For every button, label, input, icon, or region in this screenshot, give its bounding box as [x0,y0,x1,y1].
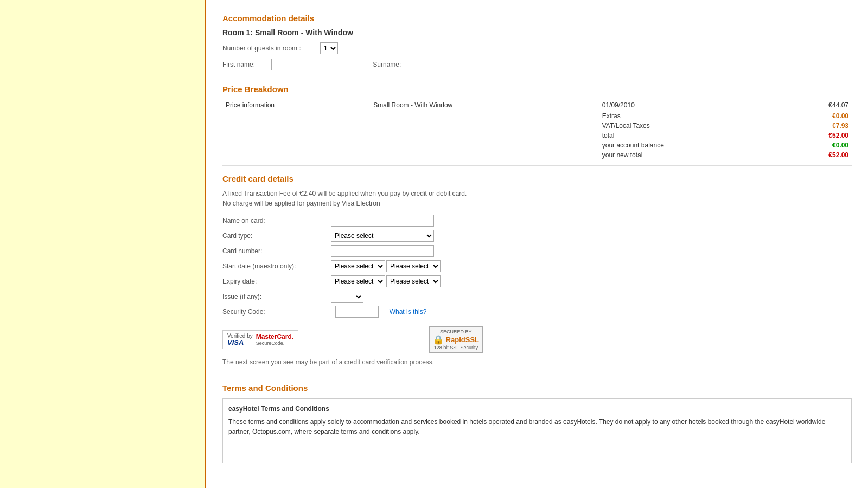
total-row: total €52.00 [222,131,852,140]
badges-row: Verified by VISA MasterCard. SecureCode.… [222,326,483,353]
lock-icon: 🔒 [433,335,444,345]
ssl-badge: SECURED BY 🔒 RapidSSL 128 bit SSL Securi… [429,326,483,353]
first-name-label: First name: [222,61,266,68]
account-balance-label: your account balance [599,140,781,150]
surname-input[interactable] [422,59,508,70]
mastercard-label: MasterCard. [256,333,293,341]
left-sidebar [0,0,206,488]
extras-label: Extras [599,111,781,121]
terms-section-title: Terms and Conditions [222,383,852,393]
visa-verified-block: Verified by VISA [227,333,253,346]
start-date-selects: Please select 01020304 05060708 09101112… [331,260,441,272]
expiry-date-label: Expiry date: [222,278,331,285]
price-section-title: Price Breakdown [222,85,852,94]
security-row: Security Code: What is this? [222,306,852,318]
start-date-row: Start date (maestro only): Please select… [222,260,852,272]
card-number-label: Card number: [222,247,331,255]
secured-by-text: SECURED BY [433,329,479,335]
cc-info-line1: A fixed Transaction Fee of €2.40 will be… [222,190,467,197]
name-on-card-row: Name on card: [222,215,852,227]
extras-row: Extras €0.00 [222,111,852,121]
total-value: €52.00 [781,131,852,140]
visa-label: VISA [227,339,253,346]
card-number-input[interactable] [331,245,434,257]
mastercard-block: MasterCard. SecureCode. [256,333,293,346]
expiry-date-row: Expiry date: Please select 01020304 0506… [222,275,852,287]
rapidssl-label: RapidSSL [446,336,479,344]
price-base: €44.07 [781,99,852,111]
visa-mc-badge: Verified by VISA MasterCard. SecureCode. [222,330,298,349]
name-on-card-input[interactable] [331,215,434,227]
expiry-month-select[interactable]: Please select 01020304 05060708 09101112 [331,275,385,287]
issue-select[interactable]: 12345 [331,291,363,303]
card-type-select[interactable]: Please select Visa Mastercard Maestro Vi… [331,230,434,242]
ssl-128-label: 128 bit SSL Security [433,345,479,350]
room-title: Room 1: Small Room - With Window [222,28,852,37]
expiry-date-selects: Please select 01020304 05060708 09101112… [331,275,441,287]
page-wrapper: Accommodation details Room 1: Small Room… [0,0,868,488]
terms-box-title: easyHotel Terms and Conditions [228,404,846,414]
new-total-row: your new total €52.00 [222,150,852,160]
issue-label: Issue (if any): [222,293,331,300]
extras-value: €0.00 [781,111,852,121]
securecode-label: SecureCode. [256,341,293,346]
vat-label: VAT/Local Taxes [599,121,781,131]
divider-2 [222,165,852,166]
issue-row: Issue (if any): 12345 [222,291,852,303]
start-year-select[interactable]: Please select 2010201120122013 201420152… [386,260,441,272]
total-label: total [599,131,781,140]
next-screen-text: The next screen you see may be part of a… [222,358,852,366]
new-total-label: your new total [599,150,781,160]
security-code-input[interactable] [335,306,379,318]
card-number-row: Card number: [222,245,852,257]
cc-section-title: Credit card details [222,174,852,183]
divider-3 [222,375,852,375]
vat-row: VAT/Local Taxes €7.93 [222,121,852,131]
divider-1 [222,76,852,76]
terms-content: These terms and conditions apply solely … [228,417,846,436]
guests-row: Number of guests in room : 1 2 3 [222,42,852,54]
surname-label: Surname: [373,61,416,68]
price-date: 01/09/2010 [599,99,781,111]
guests-label: Number of guests in room : [222,44,320,52]
name-row: First name: Surname: [222,59,852,70]
main-content: Accommodation details Room 1: Small Room… [206,0,868,488]
price-info-label: Price information [222,99,370,111]
price-table: Price information Small Room - With Wind… [222,99,852,160]
security-label: Security Code: [222,308,331,316]
name-on-card-label: Name on card: [222,217,331,224]
card-type-label: Card type: [222,232,331,240]
expiry-year-select[interactable]: Please select 2010201120122013 201420152… [386,275,441,287]
start-month-select[interactable]: Please select 01020304 05060708 09101112 [331,260,385,272]
terms-box[interactable]: easyHotel Terms and Conditions These ter… [222,398,852,463]
card-type-row: Card type: Please select Visa Mastercard… [222,230,852,242]
new-total-value: €52.00 [781,150,852,160]
price-main-row: Price information Small Room - With Wind… [222,99,852,111]
account-balance-row: your account balance €0.00 [222,140,852,150]
cc-info: A fixed Transaction Fee of €2.40 will be… [222,189,852,208]
start-date-label: Start date (maestro only): [222,262,331,270]
cc-info-line2: No charge will be applied for payment by… [222,200,380,207]
account-balance-value: €0.00 [781,140,852,150]
guests-select[interactable]: 1 2 3 [320,42,338,54]
what-is-this-link[interactable]: What is this? [390,308,427,316]
vat-value: €7.93 [781,121,852,131]
first-name-input[interactable] [271,59,358,70]
accommodation-section-title: Accommodation details [222,14,852,23]
price-room-name: Small Room - With Window [370,99,599,111]
